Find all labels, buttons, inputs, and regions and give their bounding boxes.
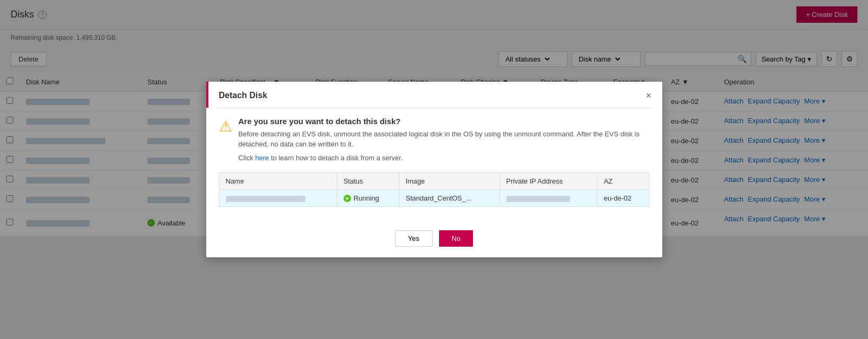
warning-desc: Before detaching an EVS disk, unmount th… [239, 129, 650, 150]
modal-footer: Yes No [206, 222, 662, 237]
col-status: Status [337, 173, 399, 190]
server-table-header: Name Status Image Private IP Address AZ [219, 173, 649, 190]
warning-here-link[interactable]: here [255, 154, 269, 162]
modal-body: ⚠ Are you sure you want to detach this d… [206, 108, 662, 222]
warning-link-pre: Click [239, 154, 256, 162]
warning-link-post: to learn how to detach a disk from a ser… [269, 154, 402, 162]
yes-button[interactable]: Yes [395, 230, 433, 237]
server-table-row: ➤ Running Standard_CentOS_... eu-de-02 [219, 190, 649, 207]
server-ip-cell [499, 190, 597, 207]
server-image-cell: Standard_CentOS_... [399, 190, 500, 207]
warning-link-row: Click here to learn how to detach a disk… [239, 153, 650, 163]
running-label: Running [354, 194, 379, 202]
warning-triangle-icon: ⚠ [219, 118, 232, 135]
modal-overlay: Detach Disk × ⚠ Are you sure you want to… [0, 0, 868, 237]
modal-close-button[interactable]: × [646, 90, 652, 101]
server-table: Name Status Image Private IP Address AZ [219, 172, 650, 207]
modal-warning-row: ⚠ Are you sure you want to detach this d… [219, 117, 650, 167]
server-ip-blurred [506, 196, 570, 202]
server-az-cell: eu-de-02 [597, 190, 649, 207]
server-status-cell: ➤ Running [337, 190, 399, 207]
no-button[interactable]: No [439, 230, 474, 237]
warning-texts: Are you sure you want to detach this dis… [239, 117, 650, 167]
server-name-blurred [226, 196, 305, 202]
col-private-ip: Private IP Address [499, 173, 597, 190]
server-name-cell [219, 190, 337, 207]
col-az: AZ [597, 173, 649, 190]
warning-title: Are you sure you want to detach this dis… [239, 117, 650, 126]
col-name: Name [219, 173, 337, 190]
modal-header: Detach Disk × [206, 82, 662, 108]
modal-title: Detach Disk [219, 91, 268, 100]
detach-disk-modal: Detach Disk × ⚠ Are you sure you want to… [206, 82, 662, 237]
col-image: Image [399, 173, 500, 190]
running-icon: ➤ [344, 195, 351, 202]
